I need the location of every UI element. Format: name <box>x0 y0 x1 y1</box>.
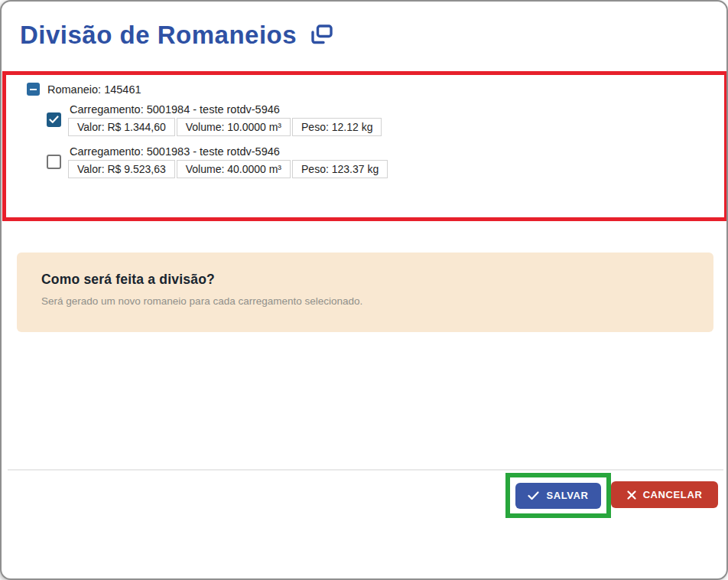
stat-peso: Peso: 123.37 kg <box>292 160 388 178</box>
carregamento-1-stats: Valor: R$ 1.344,60 Volume: 10.0000 m³ Pe… <box>68 118 383 136</box>
stat-valor: Valor: R$ 9.523,63 <box>68 160 175 178</box>
close-icon <box>627 490 636 500</box>
tree-row-romaneio: Romaneio: 145461 <box>27 83 141 96</box>
stat-volume: Volume: 10.0000 m³ <box>177 118 291 136</box>
duplicate-stack-icon <box>309 23 333 52</box>
carregamento-item: Carregamento: 5001984 - teste rotdv-5946… <box>47 103 383 136</box>
division-modal: Divisão de Romaneios Romaneio: 145461 Ca… <box>0 0 728 580</box>
carregamento-2-stats: Valor: R$ 9.523,63 Volume: 40.0000 m³ Pe… <box>68 160 389 178</box>
carregamento-2-checkbox[interactable] <box>47 155 61 169</box>
cancel-button-label: CANCELAR <box>643 489 703 500</box>
page-title-text: Divisão de Romaneios <box>20 21 297 50</box>
cancel-button[interactable]: CANCELAR <box>611 481 718 508</box>
save-button[interactable]: SALVAR <box>515 483 601 509</box>
annotation-green-box: SALVAR <box>505 473 611 518</box>
carregamento-1-label: Carregamento: 5001984 - teste rotdv-5946 <box>70 103 383 116</box>
romaneio-label: Romaneio: 145461 <box>47 83 141 96</box>
footer-divider <box>8 469 723 471</box>
stat-peso: Peso: 12.12 kg <box>292 118 382 136</box>
division-info-box: Como será feita a divisão? Será gerado u… <box>17 253 713 332</box>
check-icon <box>49 116 59 124</box>
page-title: Divisão de Romaneios <box>20 18 333 52</box>
check-icon <box>528 491 539 500</box>
collapse-toggle[interactable] <box>27 83 40 96</box>
info-box-title: Como será feita a divisão? <box>41 272 689 288</box>
minus-icon <box>30 89 37 90</box>
stat-volume: Volume: 40.0000 m³ <box>177 160 291 178</box>
carregamento-2-label: Carregamento: 5001983 - teste rotdv-5946 <box>70 145 389 158</box>
carregamento-1-checkbox[interactable] <box>47 112 61 127</box>
carregamento-item: Carregamento: 5001983 - teste rotdv-5946… <box>47 145 389 178</box>
stat-valor: Valor: R$ 1.344,60 <box>68 118 175 136</box>
save-button-label: SALVAR <box>546 490 588 501</box>
info-box-description: Será gerado um novo romaneio para cada c… <box>41 295 689 307</box>
